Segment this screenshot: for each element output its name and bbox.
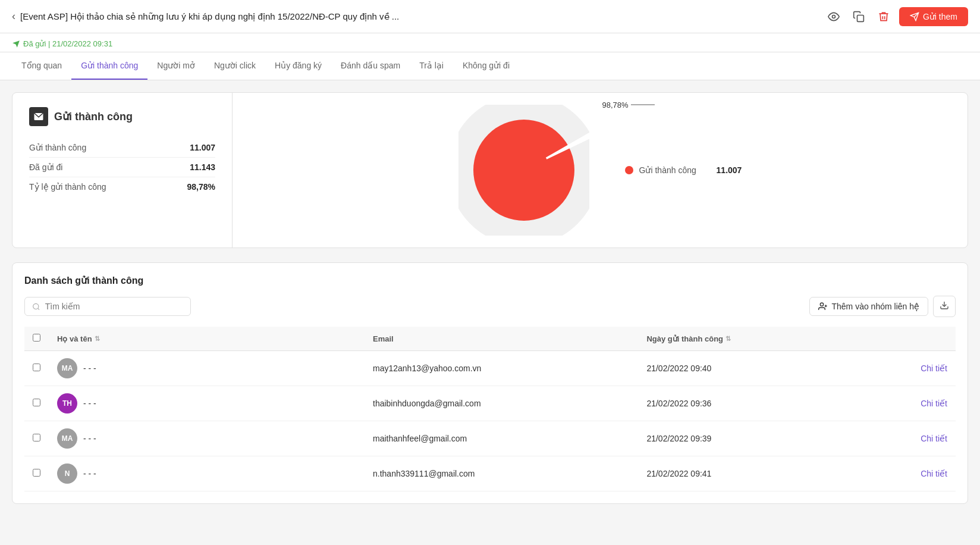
copy-button[interactable] — [849, 7, 868, 26]
copy-icon — [853, 11, 865, 23]
tabs-bar: Tổng quan Gửi thành công Người mở Người … — [0, 52, 980, 80]
name-cell: TH - - - — [57, 393, 356, 414]
sub-header: Đã gửi | 21/02/2022 09:31 — [0, 33, 980, 52]
stats-title: Gửi thành công — [29, 107, 215, 126]
email-text: n.thanh339111@gmail.com — [373, 469, 475, 478]
legend-item-gui-thanh-cong: Gửi thành công 11.007 — [625, 165, 742, 175]
tab-tong-quan[interactable]: Tổng quan — [12, 52, 71, 80]
row-checkbox-cell — [24, 386, 49, 421]
table-header: Họ và tên ⇅ Email Ngày gửi thành công ⇅ — [24, 327, 956, 351]
row-checkbox-2[interactable] — [33, 434, 40, 441]
th-date: Ngày gửi thành công ⇅ — [638, 327, 865, 351]
row-name-cell: MA - - - — [49, 421, 365, 456]
trash-icon — [878, 11, 890, 23]
eye-icon — [828, 11, 840, 23]
svg-line-11 — [38, 308, 39, 309]
label-line — [631, 99, 655, 111]
sent-icon — [12, 40, 20, 48]
search-box[interactable] — [24, 297, 191, 316]
date-text: 21/02/2022 09:41 — [646, 469, 711, 478]
tab-gui-thanh-cong[interactable]: Gửi thành công — [71, 52, 147, 80]
detail-button-3[interactable]: Chi tiết — [921, 469, 947, 478]
tab-huy-dang-ky[interactable]: Hủy đăng ký — [265, 52, 331, 80]
row-name-cell: TH - - - — [49, 386, 365, 421]
tab-tra-lai[interactable]: Trả lại — [410, 52, 453, 80]
add-group-icon — [818, 302, 828, 311]
svg-point-10 — [33, 303, 39, 309]
table-row: MA - - - maithanhfeel@gmail.com 21/02/20… — [24, 421, 956, 456]
list-header: Danh sách gửi thành công — [24, 275, 956, 286]
name-cell: N - - - — [57, 463, 356, 484]
list-actions: Thêm vào nhóm liên hệ — [809, 296, 956, 317]
table-row: TH - - - thaibinhduongda@gmail.com 21/02… — [24, 386, 956, 421]
chart-container: 98,78% — [458, 105, 742, 236]
tab-nguoi-mo[interactable]: Người mở — [147, 52, 205, 80]
main-content: Gửi thành công Gửi thành công 11.007 Đã … — [0, 80, 980, 516]
avatar: MA — [57, 428, 77, 449]
chart-panel: 98,78% — [233, 93, 968, 248]
pie-svg — [458, 105, 589, 236]
select-all-checkbox[interactable] — [33, 334, 40, 342]
row-checkbox-cell — [24, 456, 49, 491]
add-group-button[interactable]: Thêm vào nhóm liên hệ — [809, 297, 928, 316]
tab-nguoi-click[interactable]: Người click — [205, 52, 265, 80]
send-button[interactable]: Gửi them — [899, 7, 968, 26]
date-text: 21/02/2022 09:36 — [646, 399, 711, 408]
search-input[interactable] — [45, 302, 183, 311]
table-row: MA - - - may12anh13@yahoo.com.vn 21/02/2… — [24, 351, 956, 386]
row-checkbox-cell — [24, 421, 49, 456]
row-checkbox-3[interactable] — [33, 469, 40, 477]
row-checkbox-0[interactable] — [33, 364, 40, 371]
delete-button[interactable] — [874, 7, 893, 26]
row-checkbox-1[interactable] — [33, 399, 40, 406]
name-text: - - - — [83, 434, 96, 443]
list-controls: Thêm vào nhóm liên hệ — [24, 296, 956, 317]
row-action-cell: Chi tiết — [865, 456, 956, 491]
svg-point-8 — [473, 120, 574, 221]
export-button[interactable] — [933, 296, 956, 317]
svg-point-0 — [832, 15, 835, 18]
list-title: Danh sách gửi thành công — [24, 275, 143, 286]
legend-dot — [625, 166, 633, 174]
stats-icon — [29, 107, 48, 126]
search-icon — [32, 302, 40, 311]
stat-row-gui-thanh-cong: Gửi thành công 11.007 — [29, 138, 215, 158]
sort-name-icon: ⇅ — [95, 335, 100, 343]
export-icon — [940, 300, 949, 310]
row-email-cell: maithanhfeel@gmail.com — [365, 421, 638, 456]
preview-button[interactable] — [824, 7, 843, 26]
th-name: Họ và tên ⇅ — [49, 327, 365, 351]
tab-khong-gui-di[interactable]: Không gửi đi — [453, 52, 519, 80]
pie-chart: 98,78% — [458, 105, 589, 236]
name-text: - - - — [83, 364, 96, 373]
name-cell: MA - - - — [57, 358, 356, 378]
sent-badge: Đã gửi | 21/02/2022 09:31 — [12, 36, 112, 52]
svg-point-12 — [821, 303, 824, 306]
name-text: - - - — [83, 399, 96, 408]
table-body: MA - - - may12anh13@yahoo.com.vn 21/02/2… — [24, 351, 956, 491]
sort-date[interactable]: Ngày gửi thành công ⇅ — [646, 334, 856, 343]
name-cell: MA - - - — [57, 428, 356, 449]
detail-button-1[interactable]: Chi tiết — [921, 399, 947, 408]
row-checkbox-cell — [24, 351, 49, 386]
sort-name[interactable]: Họ và tên ⇅ — [57, 334, 356, 343]
email-text: thaibinhduongda@gmail.com — [373, 399, 481, 408]
date-text: 21/02/2022 09:39 — [646, 434, 711, 443]
stats-panel: Gửi thành công Gửi thành công 11.007 Đã … — [12, 93, 233, 248]
name-text: - - - — [83, 469, 96, 478]
detail-button-0[interactable]: Chi tiết — [921, 364, 947, 373]
row-date-cell: 21/02/2022 09:39 — [638, 421, 865, 456]
avatar: N — [57, 463, 77, 484]
svg-rect-1 — [857, 15, 863, 21]
tab-danh-dau-spam[interactable]: Đánh dấu spam — [331, 52, 410, 80]
row-action-cell: Chi tiết — [865, 421, 956, 456]
row-email-cell: n.thanh339111@gmail.com — [365, 456, 638, 491]
page-title: [Event ASP] Hội thảo chia sẻ những lưu ý… — [20, 11, 399, 22]
stat-row-da-gui-di: Đã gửi đi 11.143 — [29, 158, 215, 177]
row-action-cell: Chi tiết — [865, 351, 956, 386]
back-button[interactable]: ‹ — [12, 10, 15, 23]
row-email-cell: may12anh13@yahoo.com.vn — [365, 351, 638, 386]
list-section: Danh sách gửi thành công — [12, 262, 968, 504]
detail-button-2[interactable]: Chi tiết — [921, 434, 947, 443]
avatar: TH — [57, 393, 77, 414]
